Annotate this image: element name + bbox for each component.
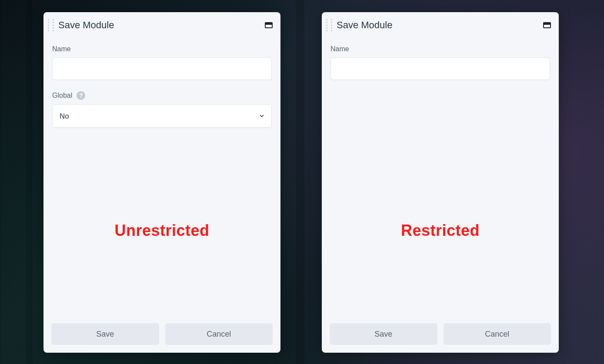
global-label-row: Global ?: [52, 91, 272, 100]
help-icon[interactable]: ?: [77, 91, 85, 100]
save-module-panel-restricted: Save Module Name Restricted Save Cancel: [322, 12, 559, 353]
panel-header: Save Module: [43, 12, 280, 35]
drag-handle-icon[interactable]: [326, 19, 332, 31]
window-maximize-icon[interactable]: [265, 22, 273, 28]
global-label: Global: [52, 92, 72, 99]
panel-title: Save Module: [337, 20, 543, 31]
panel-header: Save Module: [322, 12, 559, 35]
panel-footer: Save Cancel: [43, 323, 280, 353]
name-label: Name: [330, 45, 550, 53]
window-maximize-icon[interactable]: [543, 22, 551, 28]
overlay-label-unrestricted: Unrestricted: [43, 222, 280, 240]
panel-body: Name Global ? No Yes Unrestricted: [43, 35, 280, 323]
save-module-panel-unrestricted: Save Module Name Global ? No Yes Unres: [43, 12, 280, 353]
panel-footer: Save Cancel: [322, 323, 559, 353]
global-select-wrap: No Yes: [52, 104, 272, 128]
drag-handle-icon[interactable]: [48, 19, 54, 31]
name-label: Name: [52, 45, 272, 53]
overlay-label-restricted: Restricted: [322, 222, 559, 240]
global-select[interactable]: No Yes: [52, 104, 272, 128]
name-input[interactable]: [330, 57, 550, 80]
save-button[interactable]: Save: [330, 323, 437, 345]
panel-body: Name Restricted: [322, 35, 559, 323]
save-button[interactable]: Save: [51, 323, 159, 345]
name-field-group: Name: [330, 45, 550, 80]
name-input[interactable]: [52, 57, 272, 80]
cancel-button[interactable]: Cancel: [165, 323, 273, 345]
cancel-button[interactable]: Cancel: [444, 323, 551, 345]
global-field-group: Global ? No Yes: [52, 91, 272, 128]
panel-title: Save Module: [58, 20, 265, 31]
name-field-group: Name: [52, 45, 272, 80]
